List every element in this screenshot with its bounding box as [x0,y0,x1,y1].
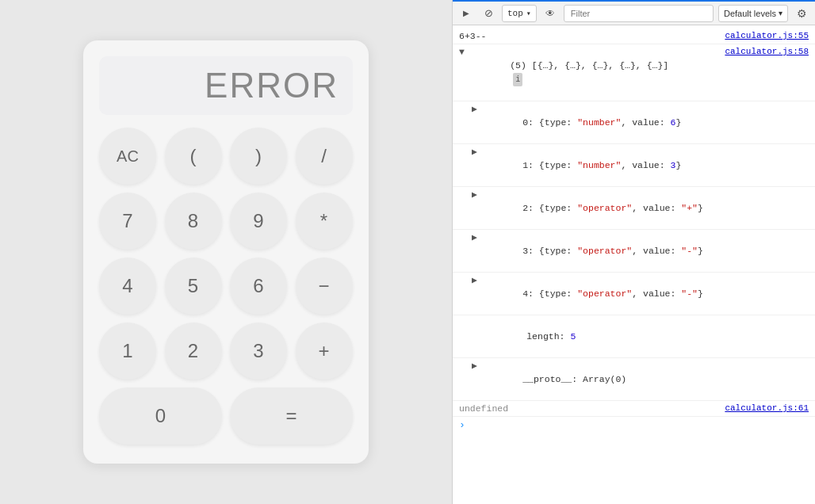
stop-icon: ⊘ [484,7,493,19]
play-button[interactable]: ▶ [457,5,475,22]
console-prompt: › [453,417,815,433]
eye-button[interactable]: 👁 [541,5,559,22]
display-value: ERROR [205,66,339,105]
console-line: ▶ 2: {type: "operator", value: "+"} [453,187,815,230]
btn-9[interactable]: 9 [230,193,287,250]
calc-display: ERROR [99,56,353,115]
filter-input[interactable] [564,5,714,22]
line-content: 3: {type: "operator", value: "-"} [479,231,809,271]
settings-icon: ⚙ [797,7,807,20]
expand-arrow[interactable]: ▶ [472,273,477,287]
line-content: undefined [459,402,718,415]
chevron-down-icon: ▾ [526,9,531,18]
btn-5[interactable]: 5 [165,258,222,315]
line-content: 1: {type: "number", value: 3} [479,145,809,185]
calc-buttons: AC ( ) / 7 8 9 * 4 5 6 − 1 2 3 + 0 = [99,128,353,445]
console-line: ▶ 4: {type: "operator", value: "-"} [453,273,815,315]
btn-sub[interactable]: − [296,258,353,315]
line-source[interactable]: calculator.js:61 [718,402,809,415]
log-level-label: Default levels [724,9,776,18]
expand-arrow[interactable]: ▼ [459,45,465,59]
btn-eq[interactable]: = [230,388,353,445]
line-content: __proto__: Array(0) [479,359,809,399]
expand-arrow[interactable]: ▶ [472,188,477,201]
btn-lparen[interactable]: ( [165,128,222,185]
line-source[interactable]: calculator.js:55 [718,29,809,43]
console-line: ▶ __proto__: Array(0) [453,358,815,401]
log-level-chevron: ▾ [779,9,782,17]
console-line: ▶ 3: {type: "operator", value: "-"} [453,230,815,273]
line-content: 2: {type: "operator", value: "+"} [479,188,809,228]
context-label: top [507,9,523,18]
btn-div[interactable]: / [296,128,353,185]
context-selector[interactable]: top ▾ [502,5,537,22]
play-icon: ▶ [463,9,469,17]
btn-mul[interactable]: * [296,193,353,250]
eye-icon: 👁 [545,8,555,19]
settings-button[interactable]: ⚙ [793,5,810,22]
btn-rparen[interactable]: ) [230,128,287,185]
calculator-panel: ERROR AC ( ) / 7 8 9 * 4 5 6 − 1 2 3 + 0… [0,0,452,504]
btn-4[interactable]: 4 [99,258,156,315]
devtools-toolbar: ▶ ⊘ top ▾ 👁 Default levels ▾ ⚙ [453,2,815,25]
log-level-button[interactable]: Default levels ▾ [718,5,788,22]
console-output: 6+3-- calculator.js:55 ▼ (5) [{…}, {…}, … [453,25,815,504]
btn-2[interactable]: 2 [165,323,222,380]
btn-add[interactable]: + [296,323,353,380]
line-content: (5) [{…}, {…}, {…}, {…}, {…}] i [466,45,718,100]
prompt-icon: › [459,419,465,431]
line-content: 6+3-- [459,29,718,43]
expand-arrow[interactable]: ▶ [472,102,477,116]
line-source[interactable]: calculator.js:58 [718,45,809,59]
expand-arrow[interactable]: ▶ [472,231,477,244]
console-line: ▶ 0: {type: "number", value: 6} [453,101,815,144]
array-badge: i [513,73,522,86]
btn-8[interactable]: 8 [165,193,222,250]
line-content: length: 5 [472,316,809,357]
stop-button[interactable]: ⊘ [480,5,497,22]
console-line: length: 5 [453,315,815,358]
btn-ac[interactable]: AC [99,128,156,185]
btn-6[interactable]: 6 [230,258,287,315]
btn-1[interactable]: 1 [99,323,156,380]
expand-arrow[interactable]: ▶ [472,359,477,372]
array-preview: (5) [{…}, {…}, {…}, {…}, {…}] [510,60,668,71]
expand-arrow[interactable]: ▶ [472,145,477,158]
calculator: ERROR AC ( ) / 7 8 9 * 4 5 6 − 1 2 3 + 0… [83,40,369,464]
btn-7[interactable]: 7 [99,193,156,250]
devtools-panel: ▶ ⊘ top ▾ 👁 Default levels ▾ ⚙ 6+3-- cal… [452,0,815,504]
console-line: 6+3-- calculator.js:55 [453,29,815,44]
line-content: 0: {type: "number", value: 6} [479,102,809,143]
btn-0[interactable]: 0 [99,388,222,445]
btn-3[interactable]: 3 [230,323,287,380]
line-content: 4: {type: "operator", value: "-"} [479,273,809,314]
console-line: ▼ (5) [{…}, {…}, {…}, {…}, {…}] i calcul… [453,44,815,101]
console-line: ▶ 1: {type: "number", value: 3} [453,144,815,187]
console-line: undefined calculator.js:61 [453,401,815,417]
